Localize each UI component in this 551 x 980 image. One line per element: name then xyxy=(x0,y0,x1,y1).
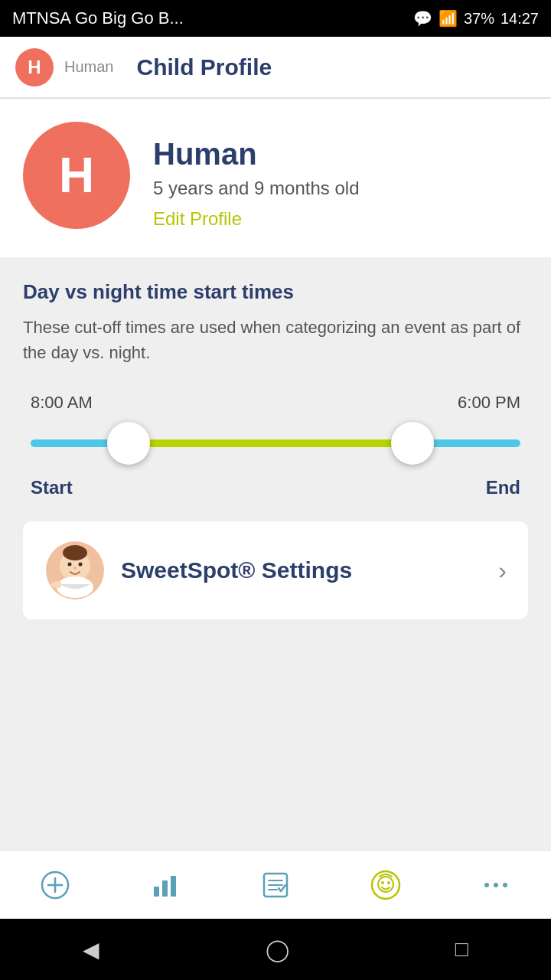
svg-rect-11 xyxy=(162,880,168,897)
add-circle-icon xyxy=(40,870,70,900)
slider-thumb-start[interactable] xyxy=(107,422,150,465)
back-button[interactable]: ◀ xyxy=(83,937,99,962)
baby-face-icon xyxy=(370,869,402,901)
svg-point-20 xyxy=(387,881,390,884)
header: H Human Child Profile xyxy=(0,37,551,98)
signal-icon: 📶 xyxy=(439,9,458,28)
chart-icon xyxy=(150,870,181,900)
slider-end-label: End xyxy=(486,477,520,498)
day-night-title: Day vs night time start times xyxy=(23,280,528,304)
home-button[interactable]: ◯ xyxy=(266,937,289,962)
profile-section: H Human 5 years and 9 months old Edit Pr… xyxy=(0,99,551,257)
svg-point-2 xyxy=(63,545,87,560)
carrier-text: MTNSA Go Big Go B... xyxy=(12,8,184,28)
time-labels: 8:00 AM 6:00 PM xyxy=(23,393,528,413)
end-time-label: 6:00 PM xyxy=(458,393,520,413)
edit-profile-button[interactable]: Edit Profile xyxy=(153,208,360,230)
main-content: Day vs night time start times These cut-… xyxy=(0,257,551,850)
header-avatar: H xyxy=(15,48,54,87)
sweetspot-icon xyxy=(44,540,106,601)
nav-baby-button[interactable] xyxy=(331,851,441,919)
android-nav-bar: ◀ ◯ □ xyxy=(0,919,551,980)
profile-info: Human 5 years and 9 months old Edit Prof… xyxy=(153,122,360,230)
slider-thumb-end[interactable] xyxy=(391,422,434,465)
slider-track xyxy=(31,439,520,447)
slider-range-labels: Start End xyxy=(23,477,528,498)
status-bar-right: 💬 📶 37% 14:27 xyxy=(413,9,539,28)
bottom-nav xyxy=(0,850,551,919)
profile-age: 5 years and 9 months old xyxy=(153,178,360,199)
nav-add-button[interactable] xyxy=(0,851,110,919)
svg-point-23 xyxy=(503,883,507,887)
header-avatar-letter: H xyxy=(28,57,41,78)
recents-button[interactable]: □ xyxy=(455,937,468,962)
profile-avatar: H xyxy=(23,122,130,229)
whatsapp-icon: 💬 xyxy=(413,9,432,28)
profile-avatar-letter: H xyxy=(59,147,94,204)
svg-point-5 xyxy=(74,567,77,570)
time-text: 14:27 xyxy=(500,10,539,28)
start-time-label: 8:00 AM xyxy=(31,393,93,413)
svg-point-3 xyxy=(68,563,72,567)
svg-point-21 xyxy=(484,883,489,887)
battery-text: 37% xyxy=(464,10,494,28)
nav-more-button[interactable] xyxy=(441,851,551,919)
svg-point-22 xyxy=(494,883,498,887)
sweetspot-chevron-icon: › xyxy=(498,557,507,585)
header-username: Human xyxy=(64,58,113,76)
nav-list-button[interactable] xyxy=(220,851,331,919)
svg-point-19 xyxy=(381,881,384,884)
day-night-slider[interactable] xyxy=(23,420,528,466)
svg-point-17 xyxy=(372,871,399,899)
page-title: Child Profile xyxy=(136,54,272,80)
profile-name: Human xyxy=(153,137,360,172)
nav-chart-button[interactable] xyxy=(110,851,220,919)
more-dots-icon xyxy=(481,870,511,900)
svg-point-4 xyxy=(79,563,83,567)
sweetspot-settings-card[interactable]: SweetSpot® Settings › xyxy=(23,521,528,619)
svg-rect-12 xyxy=(171,876,176,897)
slider-start-label: Start xyxy=(31,477,73,498)
svg-rect-10 xyxy=(154,887,159,897)
day-night-description: These cut-off times are used when catego… xyxy=(23,315,528,365)
status-bar: MTNSA Go Big Go B... 💬 📶 37% 14:27 xyxy=(0,0,551,37)
sweetspot-label: SweetSpot® Settings xyxy=(121,557,483,583)
list-check-icon xyxy=(260,870,291,900)
